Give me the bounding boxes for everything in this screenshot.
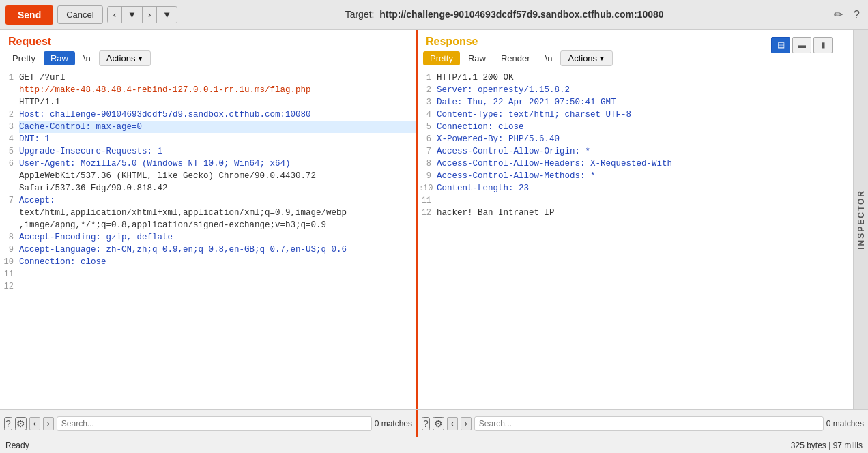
- help-icon[interactable]: ?: [851, 8, 863, 23]
- actions-label-request: Actions: [106, 53, 136, 63]
- request-search-help-icon[interactable]: ?: [4, 417, 12, 430]
- actions-dropdown-response[interactable]: Actions ▼: [560, 50, 613, 66]
- response-search-matches: 0 matches: [826, 419, 864, 428]
- view-toggles: ▤ ▬ ▮: [771, 37, 833, 53]
- tab-pretty-response[interactable]: Pretty: [423, 51, 460, 65]
- response-search-input[interactable]: [474, 416, 824, 431]
- request-line-7: 7 Accept:: [0, 194, 416, 207]
- response-line-6: 6 X-Powered-By: PHP/5.6.40: [418, 133, 853, 145]
- request-line-6: 6 User-Agent: Mozilla/5.0 (Windows NT 10…: [0, 158, 416, 170]
- status-bar: Ready 325 bytes | 97 millis: [0, 437, 868, 453]
- nav-next-dropdown[interactable]: ▼: [157, 7, 177, 23]
- request-line-7c: ,image/apng,*/*;q=0.8,application/signed…: [0, 219, 416, 231]
- response-line-11: 11: [418, 194, 853, 207]
- inspector-sidebar[interactable]: INSPECTOR: [853, 30, 868, 409]
- response-line-3: 3 Date: Thu, 22 Apr 2021 07:50:41 GMT: [418, 96, 853, 108]
- response-search-prev[interactable]: ‹: [447, 417, 458, 430]
- response-search-help-icon[interactable]: ?: [422, 417, 430, 430]
- request-line-2: 2 Host: challenge-90104693dcdf57d9.sandb…: [0, 108, 416, 121]
- tab-newline-response[interactable]: \n: [538, 51, 560, 65]
- request-search-matches: 0 matches: [375, 419, 412, 428]
- actions-arrow-response: ▼: [598, 55, 605, 62]
- split-icon: ▤: [777, 40, 785, 50]
- request-line-9: 9 Accept-Language: zh-CN,zh;q=0.9,en;q=0…: [0, 244, 416, 256]
- ellipsis-indicator: ::: [419, 182, 428, 194]
- request-line-5: 5 Upgrade-Insecure-Requests: 1: [0, 145, 416, 158]
- status-ready: Ready: [5, 441, 29, 450]
- response-line-2: 2 Server: openresty/1.15.8.2: [418, 84, 853, 96]
- nav-prev-dropdown[interactable]: ▼: [122, 7, 143, 23]
- response-line-1: 1 HTTP/1.1 200 OK: [418, 72, 853, 84]
- nav-next-button[interactable]: ›: [143, 7, 157, 23]
- actions-dropdown-request[interactable]: Actions ▼: [99, 50, 151, 66]
- target-url: http://challenge-90104693dcdf57d9.sandbo…: [379, 9, 663, 20]
- response-search-next[interactable]: ›: [461, 417, 472, 430]
- actions-label-response: Actions: [568, 53, 597, 63]
- response-search-section: ? ⚙ ‹ › 0 matches: [418, 410, 868, 437]
- status-info: 325 bytes | 97 millis: [791, 441, 863, 450]
- request-line-6b: AppleWebKit/537.36 (KHTML, like Gecko) C…: [0, 170, 416, 182]
- request-search-section: ? ⚙ ‹ › 0 matches: [0, 410, 418, 437]
- send-button[interactable]: Send: [5, 5, 53, 25]
- request-line-7b: text/html,application/xhtml+xml,applicat…: [0, 207, 416, 219]
- response-title: Response: [418, 30, 618, 50]
- request-line-1b: http://make-48.48.48.4-rebind-127.0.0.1-…: [0, 84, 416, 96]
- request-search-settings-icon[interactable]: ⚙: [15, 417, 27, 430]
- request-search-prev[interactable]: ‹: [29, 417, 40, 430]
- request-line-12: 12: [0, 280, 416, 293]
- nav-prev-button[interactable]: ‹: [108, 7, 122, 23]
- request-line-6c: Safari/537.36 Edg/90.0.818.42: [0, 182, 416, 194]
- response-code-area[interactable]: 1 HTTP/1.1 200 OK 2 Server: openresty/1.…: [418, 69, 853, 409]
- top-bar: Send Cancel ‹ ▼ › ▼ Target: http://chall…: [0, 0, 868, 30]
- view-toggle-list[interactable]: ▬: [792, 37, 811, 53]
- request-line-3: 3 Cache-Control: max-age=0: [0, 121, 416, 133]
- response-line-10: :: 10 Content-Length: 23: [418, 182, 853, 194]
- view-toggle-split[interactable]: ▤: [771, 37, 790, 53]
- target-label: Target:: [345, 9, 375, 20]
- navigation-buttons: ‹ ▼ › ▼: [107, 6, 177, 23]
- request-line-10: 10 Connection: close: [0, 256, 416, 268]
- request-code-area[interactable]: 1 GET /?url= http://make-48.48.48.4-rebi…: [0, 69, 416, 409]
- view-toggle-block[interactable]: ▮: [813, 37, 833, 53]
- main-content: Request Pretty Raw \n Actions ▼ 1 GET /?…: [0, 30, 868, 409]
- tab-newline-request[interactable]: \n: [76, 51, 98, 65]
- response-line-7: 7 Access-Control-Allow-Origin: *: [418, 145, 853, 158]
- response-search-settings-icon[interactable]: ⚙: [433, 417, 444, 430]
- tab-render-response[interactable]: Render: [494, 51, 537, 65]
- block-icon: ▮: [821, 40, 826, 50]
- request-search-input[interactable]: [57, 416, 372, 431]
- request-search-next[interactable]: ›: [43, 417, 54, 430]
- request-line-1c: HTTP/1.1: [0, 96, 416, 108]
- request-line-11: 11: [0, 268, 416, 280]
- list-icon: ▬: [798, 40, 806, 50]
- inspector-label: INSPECTOR: [856, 190, 866, 250]
- tab-pretty-request[interactable]: Pretty: [5, 51, 42, 65]
- response-tab-bar: Pretty Raw Render \n Actions ▼: [418, 50, 618, 69]
- response-line-12: 12 hacker! Ban Intranet IP: [418, 207, 853, 219]
- request-tab-bar: Pretty Raw \n Actions ▼: [0, 50, 416, 69]
- response-line-4: 4 Content-Type: text/html; charset=UTF-8: [418, 108, 853, 121]
- response-panel: Response Pretty Raw Render \n Actions ▼ …: [418, 30, 853, 409]
- bottom-bar: ? ⚙ ‹ › 0 matches ? ⚙ ‹ › 0 matches: [0, 409, 868, 437]
- request-panel: Request Pretty Raw \n Actions ▼ 1 GET /?…: [0, 30, 418, 409]
- request-line-4: 4 DNT: 1: [0, 133, 416, 145]
- top-bar-right: ✏ ?: [831, 7, 863, 23]
- tab-raw-response[interactable]: Raw: [461, 51, 493, 65]
- edit-icon[interactable]: ✏: [831, 7, 845, 23]
- request-title: Request: [0, 30, 416, 50]
- target-info: Target: http://challenge-90104693dcdf57d…: [177, 9, 831, 20]
- request-line-1: 1 GET /?url=: [0, 72, 416, 84]
- response-line-5: 5 Connection: close: [418, 121, 853, 133]
- actions-arrow-request: ▼: [136, 55, 143, 62]
- cancel-button[interactable]: Cancel: [57, 5, 102, 24]
- response-top: Response Pretty Raw Render \n Actions ▼ …: [418, 30, 853, 69]
- response-line-9: 9 Access-Control-Allow-Methods: *: [418, 170, 853, 182]
- response-line-8: 8 Access-Control-Allow-Headers: X-Reques…: [418, 158, 853, 170]
- tab-raw-request[interactable]: Raw: [44, 51, 75, 65]
- request-line-8: 8 Accept-Encoding: gzip, deflate: [0, 231, 416, 244]
